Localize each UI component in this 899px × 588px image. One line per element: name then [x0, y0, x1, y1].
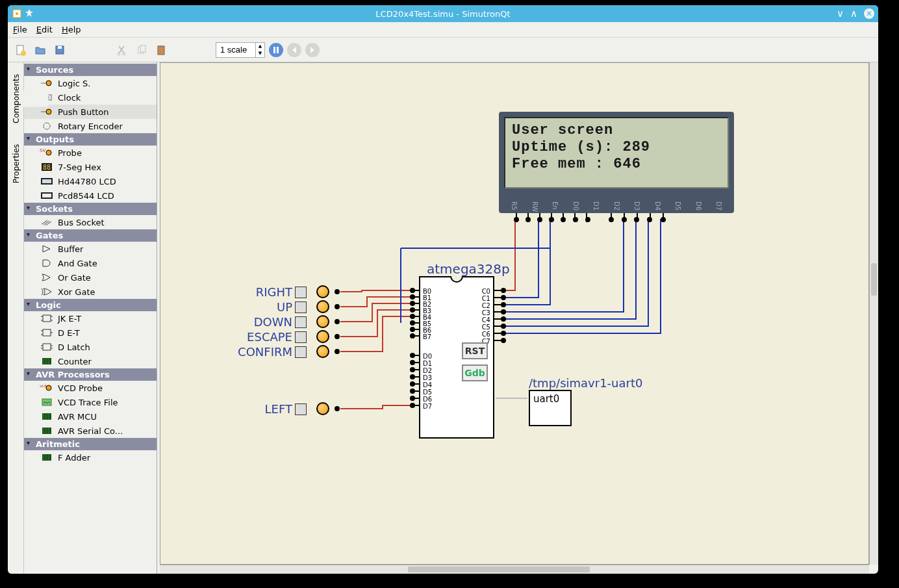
vscroll-thumb[interactable] — [871, 263, 877, 296]
copy-button[interactable] — [134, 42, 149, 58]
tree-item-vcd-trace[interactable]: VCD Trace File — [24, 395, 157, 409]
scale-input[interactable] — [216, 45, 255, 55]
close-button[interactable]: ✕ — [864, 8, 874, 19]
lcd-pin-dot — [525, 217, 531, 222]
tree-item-avr-serial[interactable]: AVR Serial Co... — [24, 424, 157, 438]
tab-components[interactable]: Components — [8, 91, 49, 107]
horizontal-scrollbar[interactable] — [160, 565, 869, 574]
tree-item-vcd-probe[interactable]: vcdVCD Probe — [24, 381, 157, 395]
jk-icon — [40, 313, 54, 324]
lcd-pin-dot — [561, 217, 566, 222]
titlebar[interactable]: LCD20x4Test.simu - SimutronQt ∨ ∧ ✕ — [8, 5, 878, 22]
tree-item-dlatch[interactable]: D Latch — [24, 340, 157, 354]
pin-dot — [501, 288, 506, 293]
tree-item-xor[interactable]: Xor Gate — [24, 285, 157, 299]
button-label-right: RIGHT — [253, 285, 292, 299]
dlatch-icon — [40, 342, 54, 352]
button-housing — [295, 331, 307, 343]
tree-header-logic[interactable]: Logic — [24, 299, 157, 311]
counter-icon — [40, 356, 54, 366]
pin-icon[interactable] — [25, 8, 35, 19]
pin-dot — [410, 288, 415, 293]
push-button-confirm[interactable] — [316, 345, 329, 358]
lcd-module[interactable]: User screen Uptime (s): 289 Free mem : 6… — [499, 112, 734, 213]
lcd-pin-dot — [661, 217, 666, 222]
lcd-pin-dot — [549, 217, 554, 222]
tree-item-jk[interactable]: JK E-T — [24, 311, 157, 326]
save-file-button[interactable] — [52, 42, 68, 58]
svg-rect-12 — [273, 47, 275, 53]
pin-dot — [410, 374, 415, 379]
tree-item-buffer[interactable]: Buffer — [24, 242, 157, 256]
atmega-chip[interactable]: B0 B1 B2 B3 B4 B5 B6 B7 D0 D1 D2 D3 D4 D… — [419, 276, 494, 439]
svg-point-15 — [46, 81, 51, 86]
maximize-button[interactable]: ∧ — [850, 8, 857, 19]
node-dot — [335, 319, 340, 324]
tree-item-bus-socket[interactable]: Bus Socket — [24, 215, 157, 229]
tree-item-counter[interactable]: Counter — [24, 354, 157, 368]
push-button-escape[interactable] — [316, 330, 329, 343]
or-gate-icon — [40, 272, 54, 283]
tree-item-det[interactable]: D E-T — [24, 326, 157, 340]
tree-header-avr[interactable]: AVR Processors — [24, 368, 157, 381]
tree-header-sockets[interactable]: Sockets — [24, 203, 157, 215]
new-file-button[interactable] — [13, 42, 29, 58]
push-button-up[interactable] — [316, 300, 329, 313]
tree-item-and[interactable]: And Gate — [24, 256, 157, 270]
lcd-line-1: User screen — [512, 122, 721, 139]
vertical-scrollbar[interactable] — [869, 62, 878, 565]
chip-gdb-button[interactable]: Gdb — [462, 364, 488, 381]
components-tree[interactable]: Sources Logic S. Clock Push Button Rotar… — [24, 62, 157, 574]
button-housing — [295, 403, 307, 415]
svg-rect-27 — [42, 194, 51, 198]
push-button-right[interactable] — [316, 285, 329, 298]
scale-spinbox[interactable]: ▲ ▼ — [216, 42, 265, 58]
lcd-pin-dot — [647, 217, 652, 222]
push-button-left[interactable] — [316, 402, 329, 415]
paste-button[interactable] — [153, 42, 169, 58]
svg-rect-28 — [43, 315, 51, 322]
pin-dot — [501, 316, 506, 322]
step-back-button[interactable] — [287, 43, 301, 57]
tree-item-hd44780[interactable]: Hd44780 LCD — [24, 174, 157, 188]
tree-header-gates[interactable]: Gates — [24, 229, 157, 242]
open-file-button[interactable] — [32, 42, 48, 58]
app-icon — [12, 8, 22, 19]
lcd-pin-dot — [634, 217, 639, 222]
avr-serial-icon — [40, 426, 54, 436]
hscroll-thumb[interactable] — [408, 567, 590, 572]
cut-button[interactable] — [114, 42, 130, 58]
tree-item-rotary-encoder[interactable]: Rotary Encoder — [24, 119, 157, 133]
app-window: LCD20x4Test.simu - SimutronQt ∨ ∧ ✕ File… — [8, 5, 878, 574]
tree-header-sources[interactable]: Sources — [24, 64, 157, 76]
pin-dot — [410, 360, 415, 365]
menu-edit[interactable]: Edit — [36, 25, 53, 34]
minimize-button[interactable]: ∨ — [837, 8, 844, 19]
tree-header-aritmetic[interactable]: Aritmetic — [24, 438, 157, 450]
svg-text:vcd: vcd — [40, 383, 47, 388]
tree-item-avr-mcu[interactable]: AVR MCU — [24, 409, 157, 424]
scale-down-button[interactable]: ▼ — [255, 50, 264, 57]
push-button-down[interactable] — [316, 315, 329, 328]
tree-item-pcd8544[interactable]: Pcd8544 LCD — [24, 188, 157, 203]
uart-box[interactable]: uart0 — [529, 390, 572, 426]
pin-dot — [410, 301, 415, 306]
pause-button[interactable] — [269, 43, 283, 57]
lcd-pin-dot — [514, 217, 519, 222]
menu-help[interactable]: Help — [62, 25, 81, 34]
step-forward-button[interactable] — [305, 43, 320, 57]
schematic-canvas[interactable]: User screen Uptime (s): 289 Free mem : 6… — [160, 62, 869, 565]
menu-file[interactable]: File — [13, 25, 27, 34]
scale-up-button[interactable]: ▲ — [255, 43, 264, 50]
chip-rst-button[interactable]: RST — [462, 342, 488, 359]
tab-properties[interactable]: Properties — [8, 156, 49, 172]
svg-rect-48 — [42, 399, 51, 405]
svg-point-1 — [16, 12, 18, 15]
tree-item-fadder[interactable]: F Adder — [24, 450, 157, 465]
tree-header-outputs[interactable]: Outputs — [24, 133, 157, 146]
lcd-pin-dot — [537, 217, 542, 222]
pin-dot — [501, 302, 506, 307]
tree-item-or[interactable]: Or Gate — [24, 270, 157, 285]
pin-dot — [410, 333, 415, 339]
tree-item-logic-s[interactable]: Logic S. — [24, 76, 157, 90]
